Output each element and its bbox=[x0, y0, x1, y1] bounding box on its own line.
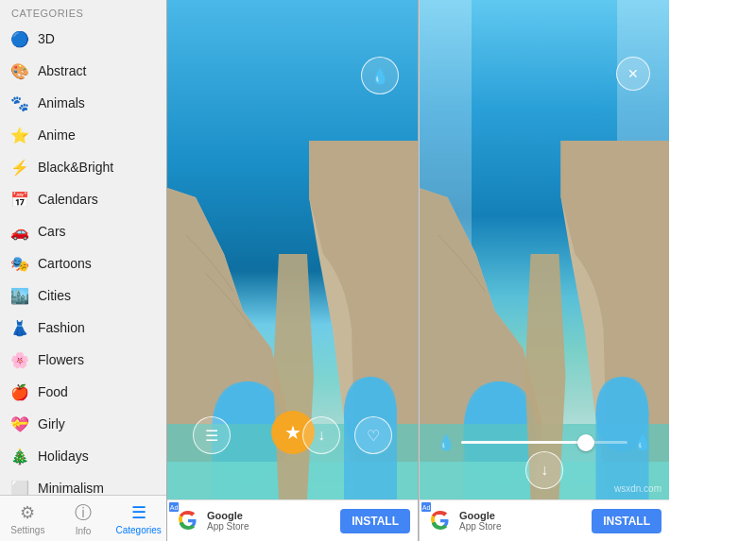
category-icon-flowers: 🌸 bbox=[9, 349, 30, 370]
download-button-mid[interactable]: ↓ bbox=[302, 416, 340, 454]
category-icon-3d: 🔵 bbox=[9, 28, 30, 49]
category-label-blackbright: Black&Bright bbox=[38, 160, 113, 175]
ad-bar-middle: Ad Google App Store INSTALL bbox=[167, 499, 418, 541]
category-icon-cartoons: 🎭 bbox=[9, 253, 30, 274]
slider-left-icon: 💧 bbox=[437, 433, 455, 451]
bottom-tab-bar: ⚙ Settings ⓘ Info ☰ Categories bbox=[0, 495, 166, 541]
sidebar-item-anime[interactable]: ⭐ Anime bbox=[0, 119, 166, 151]
water-drop-button-top[interactable]: 💧 bbox=[361, 57, 399, 94]
tab-categories-label: Categories bbox=[116, 525, 162, 535]
sidebar-item-fashion[interactable]: 👗 Fashion bbox=[0, 312, 166, 344]
ad-text-right: Google App Store bbox=[459, 510, 586, 532]
category-label-calendars: Calendars bbox=[38, 192, 98, 207]
sidebar-item-animals[interactable]: 🐾 Animals bbox=[0, 87, 166, 119]
category-label-cities: Cities bbox=[38, 288, 71, 303]
middle-wallpaper-bg: 💧 ★ ☰ ↓ ♡ Ad Google App S bbox=[167, 0, 418, 541]
category-label-food: Food bbox=[38, 384, 68, 399]
right-panel: ✕ 💧 💧 ↓ wsxdn.com Ad bbox=[419, 0, 669, 541]
sidebar-item-food[interactable]: 🍎 Food bbox=[0, 376, 166, 408]
category-icon-cars: 🚗 bbox=[9, 221, 30, 242]
category-label-minimalism: Minimalism bbox=[38, 481, 104, 495]
category-label-cars: Cars bbox=[38, 224, 66, 239]
category-icon-animals: 🐾 bbox=[9, 93, 30, 113]
category-icon-minimalism: ⬜ bbox=[9, 478, 30, 495]
heart-button[interactable]: ♡ bbox=[354, 416, 392, 454]
category-icon-girly: 💝 bbox=[9, 414, 30, 434]
slider-right-icon: 💧 bbox=[633, 433, 652, 451]
ad-indicator-right: Ad bbox=[421, 502, 431, 512]
ad-store-right: App Store bbox=[459, 521, 586, 532]
sidebar-item-flowers[interactable]: 🌸 Flowers bbox=[0, 344, 166, 376]
category-icon-abstract: 🎨 bbox=[9, 60, 30, 81]
sidebar-item-minimalism[interactable]: ⬜ Minimalism bbox=[0, 472, 166, 495]
google-logo bbox=[175, 508, 201, 534]
tab-settings[interactable]: ⚙ Settings bbox=[0, 496, 56, 541]
slider-area: 💧 💧 bbox=[420, 433, 669, 451]
category-label-cartoons: Cartoons bbox=[38, 256, 92, 271]
category-label-anime: Anime bbox=[38, 127, 76, 143]
category-label-flowers: Flowers bbox=[38, 352, 84, 367]
list-icon: ☰ bbox=[131, 502, 146, 523]
sidebar-item-holidays[interactable]: 🎄 Holidays bbox=[0, 440, 166, 472]
category-icon-food: 🍎 bbox=[9, 381, 30, 402]
category-label-abstract: Abstract bbox=[38, 63, 86, 78]
category-icon-cities: 🏙️ bbox=[9, 285, 30, 306]
ad-brand-middle: Google bbox=[207, 510, 335, 521]
slider-thumb[interactable] bbox=[577, 434, 594, 451]
category-label-fashion: Fashion bbox=[38, 320, 85, 335]
download-button-right[interactable]: ↓ bbox=[525, 451, 563, 489]
tab-info-label: Info bbox=[76, 526, 92, 536]
sidebar-item-3d[interactable]: 🔵 3D bbox=[0, 23, 166, 55]
category-label-girly: Girly bbox=[38, 416, 65, 431]
middle-panel: 💧 ★ ☰ ↓ ♡ Ad Google App S bbox=[167, 0, 418, 541]
right-wallpaper-bg: ✕ 💧 💧 ↓ wsxdn.com Ad bbox=[420, 0, 669, 541]
ad-store-middle: App Store bbox=[207, 521, 335, 532]
slider-fill bbox=[461, 441, 586, 444]
sidebar-item-girly[interactable]: 💝 Girly bbox=[0, 408, 166, 440]
settings-icon: ⚙ bbox=[20, 502, 35, 523]
sidebar-item-calendars[interactable]: 📅 Calendars bbox=[0, 183, 166, 215]
tab-settings-label: Settings bbox=[10, 525, 44, 535]
slider-track[interactable] bbox=[461, 441, 627, 444]
sidebar-item-blackbright[interactable]: ⚡ Black&Bright bbox=[0, 151, 166, 183]
ad-indicator: Ad bbox=[169, 502, 179, 512]
sidebar-item-cartoons[interactable]: 🎭 Cartoons bbox=[0, 247, 166, 279]
install-button-middle[interactable]: INSTALL bbox=[340, 509, 410, 533]
tab-categories[interactable]: ☰ Categories bbox=[111, 496, 166, 541]
sidebar-item-cities[interactable]: 🏙️ Cities bbox=[0, 279, 166, 312]
install-button-right[interactable]: INSTALL bbox=[592, 509, 662, 533]
category-label-holidays: Holidays bbox=[38, 448, 89, 464]
google-logo-right bbox=[427, 508, 454, 534]
category-icon-blackbright: ⚡ bbox=[9, 157, 30, 178]
sidebar-item-cars[interactable]: 🚗 Cars bbox=[0, 215, 166, 247]
category-label-animals: Animals bbox=[38, 95, 85, 110]
ad-bar-right: Ad Google App Store INSTALL bbox=[420, 499, 669, 541]
sidebar-item-abstract[interactable]: 🎨 Abstract bbox=[0, 55, 166, 87]
ad-text-middle: Google App Store bbox=[207, 510, 335, 532]
left-panel: Categories 🔵 3D 🎨 Abstract 🐾 Animals ⭐ A… bbox=[0, 0, 166, 541]
menu-button[interactable]: ☰ bbox=[193, 416, 231, 454]
info-icon: ⓘ bbox=[75, 501, 92, 524]
water-drop-icon[interactable]: 💧 bbox=[361, 57, 399, 94]
ad-brand-right: Google bbox=[459, 510, 586, 521]
categories-header: Categories bbox=[0, 0, 166, 23]
category-icon-anime: ⭐ bbox=[9, 125, 30, 145]
category-icon-fashion: 👗 bbox=[9, 317, 30, 338]
close-button-area[interactable]: ✕ bbox=[616, 57, 650, 91]
category-icon-calendars: 📅 bbox=[9, 189, 30, 210]
category-label-3d: 3D bbox=[38, 31, 55, 46]
category-icon-holidays: 🎄 bbox=[9, 446, 30, 466]
bottom-action-buttons: ☰ ↓ ♡ bbox=[167, 416, 418, 454]
close-icon[interactable]: ✕ bbox=[616, 57, 650, 91]
tab-info[interactable]: ⓘ Info bbox=[56, 496, 112, 541]
watermark: wsxdn.com bbox=[614, 483, 662, 494]
category-list: 🔵 3D 🎨 Abstract 🐾 Animals ⭐ Anime ⚡ Blac… bbox=[0, 23, 166, 495]
